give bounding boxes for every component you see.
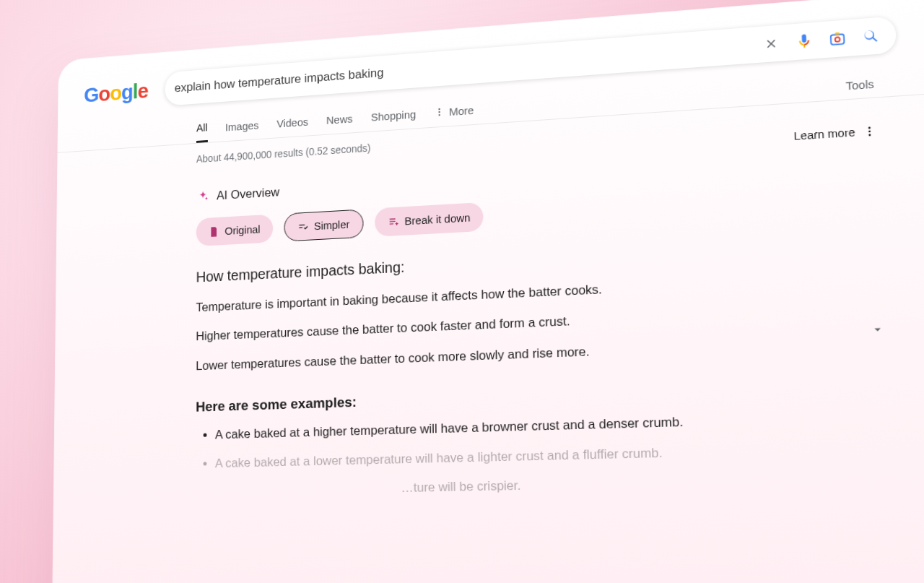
search-results-page: Google xyxy=(52,0,924,583)
svg-point-6 xyxy=(868,126,871,129)
check-icon xyxy=(297,220,308,233)
more-vert-icon[interactable] xyxy=(863,124,876,137)
tab-videos[interactable]: Videos xyxy=(276,111,308,136)
learn-more-link[interactable]: Learn more xyxy=(793,126,855,142)
tab-images[interactable]: Images xyxy=(225,114,259,139)
examples-list: A cake baked at a higher temperature wil… xyxy=(196,411,744,474)
sparkle-icon xyxy=(196,189,210,204)
chip-breakdown-label: Break it down xyxy=(404,211,470,227)
svg-point-1 xyxy=(835,37,840,42)
chip-breakdown[interactable]: Break it down xyxy=(375,202,484,237)
tab-more-label: More xyxy=(449,103,474,117)
tab-news[interactable]: News xyxy=(326,108,353,133)
ai-overview-answer: How temperature impacts baking: Temperat… xyxy=(196,239,746,502)
clear-icon[interactable] xyxy=(762,35,780,53)
document-icon xyxy=(209,225,219,238)
tools-button[interactable]: Tools xyxy=(845,75,898,92)
chip-simpler-label: Simpler xyxy=(314,218,350,233)
svg-point-5 xyxy=(439,114,440,116)
svg-rect-0 xyxy=(831,34,845,45)
tab-more[interactable]: More xyxy=(435,99,474,126)
voice-search-icon[interactable] xyxy=(796,33,814,51)
ai-overview: Learn more AI Overview Original Simpler xyxy=(80,119,918,504)
tab-shopping[interactable]: Shopping xyxy=(371,103,417,130)
svg-point-4 xyxy=(439,111,440,113)
svg-point-7 xyxy=(868,130,871,132)
examples-heading: Here are some examples: xyxy=(196,379,742,418)
search-bar-actions xyxy=(753,27,885,53)
tab-all[interactable]: All xyxy=(196,117,208,143)
more-vert-icon xyxy=(435,107,445,118)
ai-overview-title: AI Overview xyxy=(217,185,279,203)
chip-simpler[interactable]: Simpler xyxy=(284,209,363,241)
svg-rect-2 xyxy=(835,33,840,35)
svg-point-3 xyxy=(439,108,440,111)
expand-answer-icon[interactable] xyxy=(870,322,885,337)
search-icon[interactable] xyxy=(862,27,880,46)
chip-original[interactable]: Original xyxy=(196,215,273,246)
google-logo[interactable]: Google xyxy=(84,79,148,107)
svg-point-8 xyxy=(868,134,871,136)
learn-more-row: Learn more xyxy=(793,124,876,142)
example-item: A cake baked at a lower temperature will… xyxy=(215,441,745,473)
chip-original-label: Original xyxy=(225,223,260,237)
list-icon xyxy=(387,215,398,228)
example-item: A cake baked at a higher temperature wil… xyxy=(215,411,744,446)
image-search-icon[interactable] xyxy=(828,30,846,48)
answer-truncated-tail: …ture will be crispier. xyxy=(196,471,746,502)
